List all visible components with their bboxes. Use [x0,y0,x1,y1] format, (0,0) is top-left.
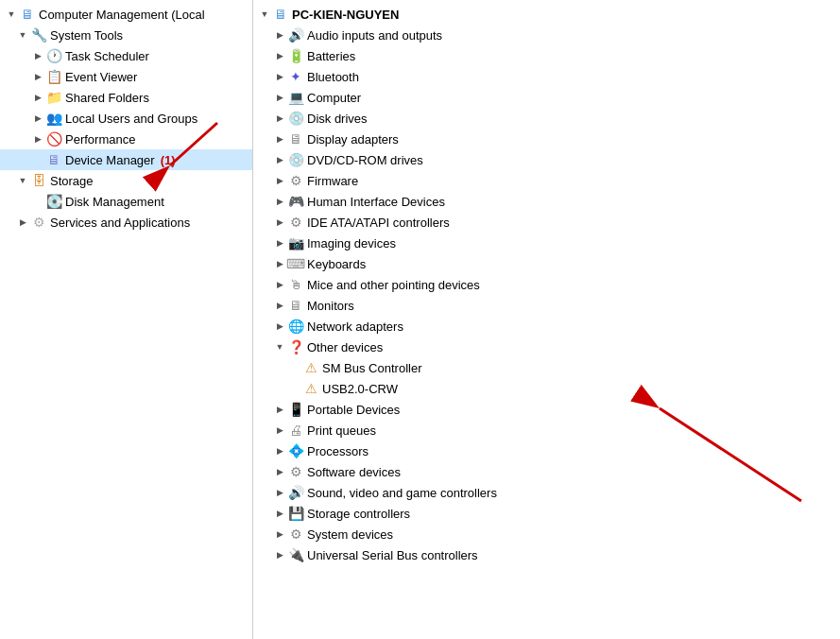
expander-device-25[interactable]: ▶ [272,547,287,562]
device-item-22[interactable]: ▶🔊Sound, video and game controllers [253,482,840,503]
device-manager-item[interactable]: 🖥 Device Manager (1) [0,149,252,170]
expander-device-17[interactable] [287,381,302,396]
expander-device-23[interactable]: ▶ [272,506,287,521]
device-item-7[interactable]: ▶⚙Firmware [253,170,840,191]
expander-local-users[interactable]: ▶ [30,111,45,126]
expander-system-tools[interactable]: ▼ [15,27,30,43]
performance-item[interactable]: ▶ 🚫 Performance [0,129,252,149]
device-manager-icon: 🖥 [45,151,62,168]
device-item-5[interactable]: ▶🖥Display adapters [253,129,840,149]
device-label-22: Sound, video and game controllers [307,486,497,500]
device-item-2[interactable]: ▶✦Bluetooth [253,66,840,87]
device-item-23[interactable]: ▶💾Storage controllers [253,503,840,524]
expander-device-7[interactable]: ▶ [272,173,287,188]
device-icon-3: 💻 [287,89,304,106]
computer-management-root[interactable]: ▼ 🖥 Computer Management (Local [0,4,252,25]
expander-device-9[interactable]: ▶ [272,215,287,230]
device-item-14[interactable]: ▶🌐Network adapters [253,316,840,337]
system-tools-item[interactable]: ▼ 🔧 System Tools [0,25,252,45]
device-item-3[interactable]: ▶💻Computer [253,87,840,108]
device-icon-11: ⌨ [287,255,304,272]
right-panel: ▼ 🖥 PC-KIEN-NGUYEN ▶🔊Audio inputs and ou… [253,0,840,639]
device-label-21: Software devices [307,465,401,479]
expander-device-8[interactable]: ▶ [272,194,287,209]
device-item-16[interactable]: ⚠SM Bus Controller [253,357,840,378]
device-label-14: Network adapters [307,320,403,334]
device-icon-6: 💿 [287,151,304,168]
shared-folders-item[interactable]: ▶ 📁 Shared Folders [0,87,252,108]
expander-device-1[interactable]: ▶ [272,48,287,63]
device-item-21[interactable]: ▶⚙Software devices [253,461,840,482]
storage-item[interactable]: ▼ 🗄 Storage [0,170,252,191]
local-users-item[interactable]: ▶ 👥 Local Users and Groups [0,108,252,129]
expander-device-20[interactable]: ▶ [272,443,287,458]
device-label-8: Human Interface Devices [307,195,445,209]
services-label: Services and Applications [50,216,190,230]
storage-icon: 🗄 [30,172,47,189]
expander-device-11[interactable]: ▶ [272,256,287,271]
device-icon-10: 📷 [287,234,304,251]
expander-device-3[interactable]: ▶ [272,90,287,105]
local-users-label: Local Users and Groups [65,112,197,126]
expander-device-15[interactable]: ▼ [272,339,287,354]
device-item-9[interactable]: ▶⚙IDE ATA/ATAPI controllers [253,212,840,233]
expander-device-24[interactable]: ▶ [272,527,287,542]
expander-device-2[interactable]: ▶ [272,69,287,84]
device-icon-13: 🖥 [287,297,304,314]
device-item-12[interactable]: ▶🖱Mice and other pointing devices [253,274,840,295]
device-label-11: Keyboards [307,257,366,271]
device-item-20[interactable]: ▶💠Processors [253,440,840,461]
device-item-10[interactable]: ▶📷Imaging devices [253,233,840,253]
event-viewer-item[interactable]: ▶ 📋 Event Viewer [0,66,252,87]
device-item-4[interactable]: ▶💿Disk drives [253,108,840,129]
expander-device-0[interactable]: ▶ [272,27,287,43]
expander-device-18[interactable]: ▶ [272,402,287,417]
device-item-11[interactable]: ▶⌨Keyboards [253,253,840,274]
expander-device-4[interactable]: ▶ [272,111,287,126]
expander-storage[interactable]: ▼ [15,173,30,188]
expander-device-manager[interactable] [30,152,45,167]
device-icon-4: 💿 [287,110,304,127]
expander-root[interactable]: ▼ [4,7,19,22]
expander-task-scheduler[interactable]: ▶ [30,48,45,63]
device-item-15[interactable]: ▼❓Other devices [253,337,840,357]
device-item-18[interactable]: ▶📱Portable Devices [253,399,840,420]
device-item-6[interactable]: ▶💿DVD/CD-ROM drives [253,149,840,170]
expander-device-22[interactable]: ▶ [272,485,287,500]
expander-device-21[interactable]: ▶ [272,464,287,479]
device-item-1[interactable]: ▶🔋Batteries [253,45,840,66]
expander-device-10[interactable]: ▶ [272,235,287,250]
expander-disk-management[interactable] [30,194,45,209]
expander-pc-root[interactable]: ▼ [257,7,272,22]
task-scheduler-icon: 🕐 [45,47,62,64]
device-item-8[interactable]: ▶🎮Human Interface Devices [253,191,840,212]
expander-device-14[interactable]: ▶ [272,319,287,334]
expander-shared-folders[interactable]: ▶ [30,90,45,105]
device-label-18: Portable Devices [307,403,400,417]
expander-device-5[interactable]: ▶ [272,131,287,147]
device-label-23: Storage controllers [307,507,410,521]
device-icon-22: 🔊 [287,484,304,501]
expander-services[interactable]: ▶ [15,215,30,230]
device-item-24[interactable]: ▶⚙System devices [253,524,840,544]
device-item-0[interactable]: ▶🔊Audio inputs and outputs [253,25,840,45]
expander-performance[interactable]: ▶ [30,131,45,147]
services-item[interactable]: ▶ ⚙ Services and Applications [0,212,252,233]
device-item-19[interactable]: ▶🖨Print queues [253,420,840,440]
device-label-3: Computer [307,91,361,105]
disk-management-item[interactable]: 💽 Disk Management [0,191,252,212]
expander-device-19[interactable]: ▶ [272,423,287,438]
task-scheduler-item[interactable]: ▶ 🕐 Task Scheduler [0,45,252,66]
expander-device-6[interactable]: ▶ [272,152,287,167]
device-label-20: Processors [307,444,369,458]
device-label-2: Bluetooth [307,70,359,84]
device-item-25[interactable]: ▶🔌Universal Serial Bus controllers [253,544,840,565]
device-item-17[interactable]: ⚠USB2.0-CRW [253,378,840,399]
shared-folders-label: Shared Folders [65,91,149,105]
expander-device-13[interactable]: ▶ [272,298,287,313]
expander-event-viewer[interactable]: ▶ [30,69,45,84]
pc-root-item[interactable]: ▼ 🖥 PC-KIEN-NGUYEN [253,4,840,25]
expander-device-16[interactable] [287,360,302,375]
device-item-13[interactable]: ▶🖥Monitors [253,295,840,316]
expander-device-12[interactable]: ▶ [272,277,287,292]
